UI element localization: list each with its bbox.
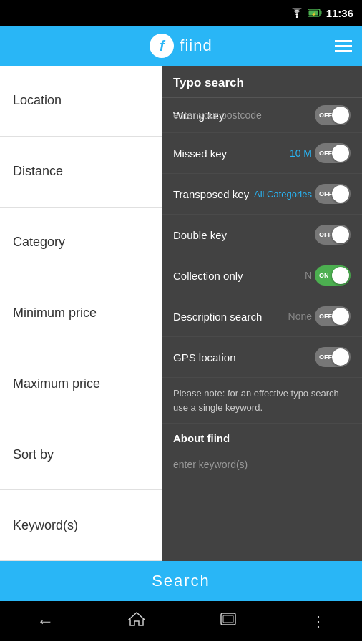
- sidebar-item-location[interactable]: Location: [0, 66, 162, 137]
- double-key-toggle[interactable]: OFF: [315, 225, 351, 245]
- more-button[interactable]: ⋮: [311, 613, 326, 630]
- sidebar-item-max-price[interactable]: Maximum price: [0, 348, 162, 419]
- gps-location-label: GPS location: [173, 351, 236, 364]
- distance-hint: 10 M: [290, 147, 312, 159]
- collection-only-toggle-label: ON: [319, 272, 329, 279]
- transposed-key-row: Transposed key All Categories OFF: [162, 174, 362, 215]
- collection-only-knob: [332, 267, 349, 284]
- svg-text:⚡: ⚡: [310, 11, 316, 17]
- wifi-icon: [290, 8, 303, 18]
- menu-line-2: [335, 45, 352, 47]
- collection-n-hint: N: [305, 270, 312, 281]
- double-key-knob: [332, 226, 349, 243]
- search-bar[interactable]: Search: [0, 561, 362, 601]
- typo-search-header: Typo search: [162, 66, 362, 98]
- bottom-nav: ← ⋮: [0, 601, 362, 641]
- double-key-label: Double key: [173, 229, 227, 241]
- home-button[interactable]: [127, 611, 146, 631]
- svg-point-0: [295, 16, 297, 18]
- missed-key-row: Missed key 10 M OFF: [162, 133, 362, 174]
- double-key-row: Double key OFF: [162, 215, 362, 255]
- gps-location-row: GPS location OFF: [162, 337, 362, 378]
- wrong-key-row: enter your postcode Wrong key OFF: [162, 98, 362, 133]
- sidebar-item-sort-by[interactable]: Sort by: [0, 419, 162, 490]
- double-key-toggle-label: OFF: [319, 231, 332, 238]
- status-bar: ⚡ 11:36: [0, 0, 362, 26]
- search-button-label[interactable]: Search: [152, 572, 210, 590]
- right-panel: Typo search enter your postcode Wrong ke…: [162, 66, 362, 561]
- collection-only-label: Collection only: [173, 270, 243, 282]
- transposed-key-toggle-label: OFF: [319, 190, 332, 197]
- status-time: 11:36: [326, 7, 353, 19]
- wrong-key-label: Wrong key: [173, 109, 224, 122]
- wrong-key-toggle[interactable]: OFF: [315, 105, 351, 125]
- missed-key-toggle-label: OFF: [319, 150, 332, 157]
- description-none-hint: None: [288, 311, 312, 322]
- description-search-row: Description search None OFF: [162, 296, 362, 337]
- gps-location-toggle-label: OFF: [319, 353, 332, 361]
- transposed-key-toggle[interactable]: OFF: [315, 184, 351, 204]
- gps-location-toggle[interactable]: OFF: [315, 347, 351, 367]
- gps-location-knob: [332, 348, 349, 366]
- logo-circle: f: [150, 34, 174, 58]
- app-name: fiind: [180, 36, 212, 55]
- menu-button[interactable]: [335, 40, 352, 52]
- typo-note: Please note: for an effective typo searc…: [162, 378, 362, 424]
- svg-marker-5: [129, 613, 145, 625]
- sidebar-item-keywords[interactable]: Keyword(s): [0, 490, 162, 561]
- wrong-key-toggle-label: OFF: [319, 112, 332, 119]
- app-logo: f fiind: [150, 34, 212, 58]
- sidebar-item-min-price[interactable]: Minimum price: [0, 278, 162, 349]
- collection-only-row: Collection only N ON: [162, 255, 362, 296]
- sidebar-item-category[interactable]: Category: [0, 208, 162, 278]
- collection-only-toggle[interactable]: ON: [315, 265, 351, 286]
- home-icon: [127, 611, 146, 627]
- menu-line-1: [335, 40, 352, 42]
- description-search-toggle-label: OFF: [319, 313, 332, 320]
- description-search-toggle[interactable]: OFF: [315, 306, 351, 326]
- category-hint: All Categories: [254, 189, 312, 200]
- main-content: Location Distance Category Minimum price…: [0, 66, 362, 561]
- keyword-hint: enter keyword(s): [162, 453, 362, 476]
- back-button[interactable]: ←: [36, 611, 54, 631]
- transposed-key-label: Transposed key: [173, 188, 249, 200]
- recents-icon: [219, 612, 238, 626]
- description-search-knob: [332, 308, 349, 325]
- sidebar-item-distance[interactable]: Distance: [0, 137, 162, 208]
- status-icons: ⚡ 11:36: [290, 7, 353, 19]
- about-link[interactable]: About fiind: [162, 424, 362, 453]
- wrong-key-knob: [332, 107, 349, 124]
- left-panel: Location Distance Category Minimum price…: [0, 66, 162, 561]
- svg-rect-7: [223, 615, 233, 623]
- logo-letter: f: [160, 38, 165, 54]
- top-bar: f fiind: [0, 26, 362, 66]
- recents-button[interactable]: [219, 612, 238, 630]
- missed-key-label: Missed key: [173, 147, 227, 160]
- menu-line-3: [335, 50, 352, 52]
- missed-key-toggle[interactable]: OFF: [315, 143, 351, 163]
- missed-key-knob: [332, 145, 349, 162]
- battery-icon: ⚡: [308, 9, 322, 17]
- description-search-label: Description search: [173, 311, 262, 323]
- transposed-key-knob: [332, 185, 349, 203]
- svg-rect-2: [320, 11, 321, 15]
